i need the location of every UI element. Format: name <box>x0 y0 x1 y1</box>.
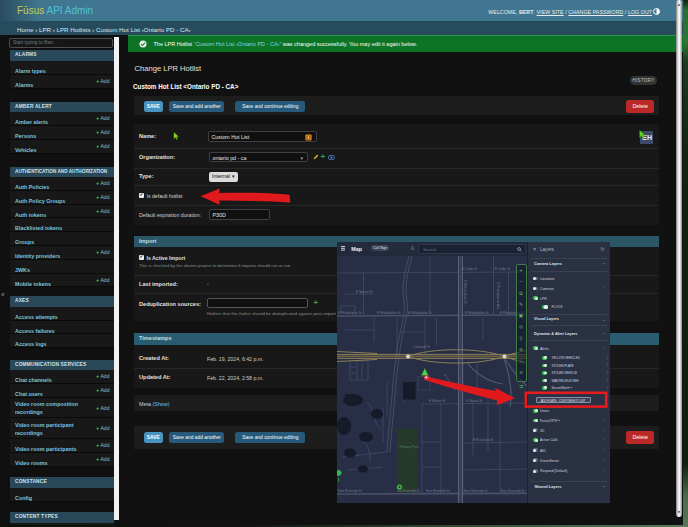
svg-text:E Philadelphia St: E Philadelphia St <box>465 311 489 315</box>
svg-text:E Philadelphia St: E Philadelphia St <box>408 311 432 315</box>
svg-text:E Walnut St: E Walnut St <box>466 399 482 403</box>
svg-text:Oakwood St: Oakwood St <box>413 345 430 349</box>
svg-text:E Philadelphia St: E Philadelphia St <box>377 311 401 315</box>
svg-text:Leo Riverside Dr: Leo Riverside Dr <box>397 489 420 493</box>
svg-text:East Riverside Dr: East Riverside Dr <box>501 489 525 493</box>
svg-text:E Cedar St: E Cedar St <box>462 267 477 271</box>
svg-text:East Riverside Dr: East Riverside Dr <box>426 489 450 493</box>
svg-text:E Spruce St: E Spruce St <box>356 290 373 294</box>
svg-text:E El Dorado St: E El Dorado St <box>473 438 494 442</box>
svg-text:East Riverside Dr: East Riverside Dr <box>338 489 362 493</box>
svg-text:S Pennsylvania Ave: S Pennsylvania Ave <box>495 282 499 310</box>
svg-text:E Locust Way: E Locust Way <box>443 373 457 391</box>
svg-text:S McCandless St: S McCandless St <box>462 280 466 304</box>
svg-text:E Philadelphia St: E Philadelphia St <box>338 311 362 315</box>
svg-text:Parkway Park: Parkway Park <box>399 445 419 449</box>
svg-text:E Cedar St: E Cedar St <box>495 267 510 271</box>
svg-text:E Walnut St: E Walnut St <box>429 399 445 403</box>
svg-text:East Riverside Dr: East Riverside Dr <box>464 489 488 493</box>
